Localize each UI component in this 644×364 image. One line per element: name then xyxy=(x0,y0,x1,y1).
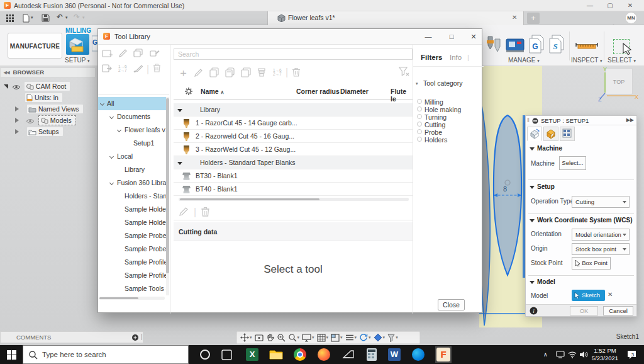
model-sketch-button[interactable]: Sketch xyxy=(572,290,605,301)
group-expanded-icon[interactable] xyxy=(177,109,182,112)
tree-item-holders-standard[interactable]: Holders - Standa xyxy=(98,190,169,203)
tree-item-setup1[interactable]: Setup1 xyxy=(98,137,169,150)
user-avatar[interactable]: MN xyxy=(625,12,637,24)
template-library-s-icon[interactable]: S xyxy=(548,35,565,55)
wcs-section-header[interactable]: Work Coordinate System (WCS) xyxy=(530,217,633,224)
export-library-icon[interactable] xyxy=(102,64,112,73)
tab-filters[interactable]: Filters xyxy=(421,54,443,61)
workspace-selector-button[interactable]: MANUFACTURE ▾ xyxy=(8,33,62,59)
cancel-button[interactable]: Cancel xyxy=(603,306,633,316)
redo-caret-icon[interactable]: ▾ xyxy=(82,15,85,20)
close-button[interactable]: ✕ xyxy=(623,1,637,10)
copy-tool-icon[interactable] xyxy=(209,67,219,77)
pan-hand-button[interactable] xyxy=(265,333,275,343)
document-tab-close-icon[interactable]: ✕ xyxy=(512,14,517,21)
collapsed-arrow-icon[interactable] xyxy=(15,106,19,111)
undo-caret-icon[interactable]: ▾ xyxy=(65,15,68,20)
delete-cutting-data-icon[interactable] xyxy=(201,206,210,217)
layout-grid-button[interactable]: ▾ xyxy=(345,333,358,343)
duplicate-tool-icon[interactable] xyxy=(241,67,251,77)
paste-tool-icon[interactable] xyxy=(225,67,235,77)
search-input[interactable] xyxy=(174,48,413,60)
tray-display-icon[interactable] xyxy=(556,351,565,364)
volume-icon[interactable] xyxy=(579,351,588,364)
tree-vertical-scrollbar[interactable] xyxy=(166,97,169,295)
start-button[interactable] xyxy=(7,350,16,360)
setup-panel-header[interactable]: ‖ SETUP : SETUP1 ▶▶ xyxy=(526,116,636,125)
group-label-select[interactable]: SELECT ▾ xyxy=(608,57,636,64)
minimize-button[interactable]: — xyxy=(583,1,597,10)
edge-icon[interactable] xyxy=(411,348,425,361)
tree-item-sample-holders-2[interactable]: Sample Holders xyxy=(98,216,169,229)
tool-row[interactable]: 3 - RazorWeld Cut 45 - 12 Gaug... xyxy=(174,143,413,156)
edit-tool-icon[interactable] xyxy=(194,68,203,77)
new-library-icon[interactable] xyxy=(102,48,113,58)
viewports-button[interactable]: ▾ xyxy=(330,333,343,343)
group-label-manage[interactable]: MANAGE ▾ xyxy=(508,57,540,64)
measure-ruler-icon[interactable] xyxy=(575,40,599,50)
group-expanded-icon[interactable] xyxy=(177,162,182,165)
new-file-caret-icon[interactable]: ▾ xyxy=(31,15,33,20)
add-tool-icon[interactable]: ＋ xyxy=(178,65,189,80)
refresh-button[interactable]: ▾ xyxy=(358,333,372,343)
tool-row[interactable]: BT30 - Blank1 xyxy=(174,169,413,183)
tree-item-sample-holders-1[interactable]: Sample Holders ( xyxy=(98,203,169,216)
tool-row[interactable]: 1 - RazorCut 45 - 14 Gauge carb... xyxy=(174,117,413,130)
tree-item-flower-leafs[interactable]: Flower leafs v1 xyxy=(98,123,169,137)
collapsed-arrow-icon[interactable] xyxy=(15,129,19,134)
machine-section-header[interactable]: Machine xyxy=(530,145,562,152)
dialog-minimize-button[interactable]: — xyxy=(420,31,436,42)
info-icon[interactable]: i xyxy=(530,307,538,315)
task-view-icon[interactable] xyxy=(221,350,235,363)
grid-settings-button[interactable]: ▾ xyxy=(316,333,330,343)
browser-item-cam-root[interactable]: CAM Root xyxy=(4,82,70,93)
undo-icon[interactable]: ↶ xyxy=(57,13,63,21)
close-button[interactable]: Close xyxy=(438,299,465,310)
visibility-eye-icon[interactable] xyxy=(26,118,35,124)
collapsed-arrow-icon[interactable] xyxy=(15,118,19,123)
visibility-eye-icon[interactable] xyxy=(12,84,21,90)
chrome-icon[interactable] xyxy=(293,348,307,361)
tree-item-sample-tools[interactable]: Sample Tools - In xyxy=(98,282,169,295)
tree-horizontal-scrollbar[interactable] xyxy=(99,297,165,300)
model-section-header[interactable]: Model xyxy=(530,278,555,285)
word-icon[interactable]: W xyxy=(387,348,401,361)
excel-icon[interactable]: X xyxy=(245,348,259,361)
new-file-icon[interactable] xyxy=(23,14,30,23)
setup-section-header[interactable]: Setup xyxy=(530,183,555,190)
delete-library-icon[interactable] xyxy=(153,63,161,72)
tool-library-icon[interactable] xyxy=(484,35,503,55)
zoom-window-button[interactable]: ▾ xyxy=(287,333,301,343)
dialog-maximize-button[interactable]: □ xyxy=(443,31,460,42)
tab-setup[interactable] xyxy=(527,127,542,141)
brush-icon[interactable] xyxy=(133,64,143,72)
setup-tool-button[interactable] xyxy=(66,34,89,55)
group-label-setup[interactable]: SETUP ▾ xyxy=(65,57,89,64)
dialog-close-icon[interactable]: ✕ xyxy=(465,31,482,42)
renumber-icon[interactable]: 1→62→7 xyxy=(273,69,282,76)
tree-item-sample-profile-2[interactable]: Sample Profile To xyxy=(98,269,169,282)
column-diameter[interactable]: Diameter xyxy=(340,88,369,95)
redo-icon[interactable]: ↷ xyxy=(74,13,80,21)
add-comment-icon[interactable] xyxy=(131,334,139,341)
tree-item-documents[interactable]: Documents xyxy=(98,110,169,123)
tree-item-fusion-library[interactable]: Fusion 360 Library xyxy=(98,176,169,190)
browser-item-named-views[interactable]: Named Views xyxy=(15,105,83,116)
column-corner-radius[interactable]: Corner radius xyxy=(296,88,340,95)
column-flute-length[interactable]: Flute le xyxy=(391,88,413,103)
tree-item-sample-probes-2[interactable]: Sample Probes xyxy=(98,242,169,256)
tab-milling[interactable]: MILLING xyxy=(65,27,91,34)
look-at-button[interactable] xyxy=(254,333,264,343)
zoom-button[interactable] xyxy=(276,333,286,343)
machine-library-icon[interactable] xyxy=(506,37,525,54)
pan-button[interactable]: ▾ xyxy=(240,333,253,343)
tree-item-sample-profile-1[interactable]: Sample Profile To xyxy=(98,256,169,269)
stock-point-button[interactable]: Box Point xyxy=(572,257,611,270)
cutting-data-header[interactable]: Cutting data xyxy=(174,222,413,241)
tool-row[interactable]: 2 - Razorweld Cut 45 - 16 Gaug... xyxy=(174,130,413,143)
tree-item-sample-probes-1[interactable]: Sample Probes (I xyxy=(98,229,169,242)
tab-post-process[interactable] xyxy=(560,127,575,141)
action-center-icon[interactable]: 3 xyxy=(626,350,638,364)
dimension-label[interactable]: 8 xyxy=(503,185,507,193)
tray-expand-icon[interactable]: ∧ xyxy=(543,351,548,364)
